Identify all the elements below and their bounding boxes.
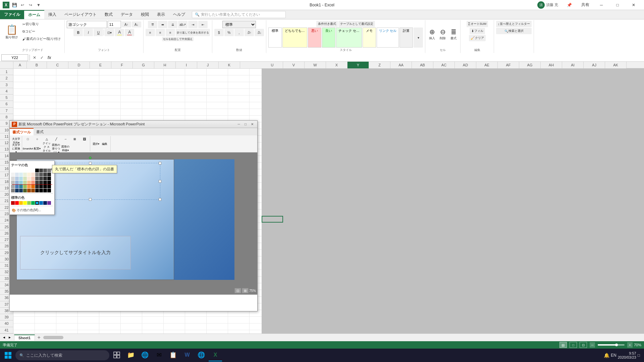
swatch-white5[interactable] (27, 169, 31, 172)
grid-cell-r38c8[interactable] (164, 317, 185, 323)
swatch-r4c1[interactable] (11, 181, 15, 184)
taskbar-notification-icon[interactable]: 🔔 (604, 353, 609, 358)
col-header-g[interactable]: G (133, 62, 154, 68)
swatch-r4c9[interactable] (43, 181, 47, 184)
swatch-std10[interactable] (47, 201, 51, 205)
grid-cell-r38c4[interactable] (78, 317, 99, 323)
swatch-r2c1[interactable] (11, 173, 15, 176)
swatch-std3[interactable] (19, 201, 23, 205)
swatch-r3c8[interactable] (39, 177, 43, 180)
tab-review[interactable]: 校閲 (137, 10, 153, 19)
h-scrollbar[interactable] (43, 335, 644, 340)
col-header-z[interactable]: Z (369, 62, 390, 68)
grid-cell-r1c8[interactable] (164, 69, 185, 75)
style-good[interactable]: 良い (322, 27, 335, 48)
grid-cell-r3c5[interactable] (99, 82, 121, 89)
ppt-maximize-btn[interactable]: □ (243, 122, 249, 127)
swatch-r6c7[interactable] (35, 189, 39, 192)
grid-cell-r6c3[interactable] (56, 102, 78, 109)
percent-btn[interactable]: % (224, 29, 234, 36)
grid-cell-r38c2[interactable] (35, 317, 56, 323)
align-left-btn[interactable]: ≡ (146, 29, 155, 36)
align-center-btn[interactable]: ≡ (156, 29, 165, 36)
swatch-r2c10[interactable] (47, 173, 51, 176)
col-header-j[interactable]: J (197, 62, 219, 68)
grid-cell-r39c3[interactable] (56, 323, 78, 330)
swatch-r6c5[interactable] (27, 189, 31, 192)
col-header-v[interactable]: V (283, 62, 305, 68)
ppt-text-convert-btn[interactable]: 大文字に変換▾ (12, 144, 20, 153)
swatch-r5c1[interactable] (11, 185, 15, 188)
swatch-std9[interactable] (43, 201, 47, 205)
grid-cell-r2c11[interactable] (228, 75, 250, 82)
ppt-shape-outline-btn[interactable]: 図形の枠線▾ (61, 144, 70, 153)
swatch-r3c10[interactable] (47, 177, 51, 180)
swatch-white6[interactable] (31, 169, 35, 172)
taskbar-edge-btn[interactable]: 🌐 (195, 349, 208, 361)
row-header-3[interactable]: 3 (0, 82, 13, 88)
swatch-r6c2[interactable] (15, 189, 19, 192)
row-header-1[interactable]: 1 (0, 69, 13, 75)
font-name-input[interactable] (67, 21, 107, 28)
wrap-text-btn[interactable]: 折り返して全体を表示する (176, 29, 210, 36)
ppt-shape-rect-btn[interactable]: □ (23, 135, 32, 143)
swatch-std2[interactable] (15, 201, 19, 205)
swatch-r5c2[interactable] (15, 185, 19, 188)
format-copy-btn[interactable]: 🖌 書式のコピー/貼り付け (21, 36, 62, 42)
swatch-r2c6[interactable] (31, 173, 35, 176)
merge-center-btn[interactable]: セルを結合して中央揃え (162, 37, 194, 41)
row-header-41[interactable]: 41 (0, 327, 13, 334)
ppt-zoom-out-btn[interactable]: ⊡ (234, 288, 241, 293)
grid-cell-r6c5[interactable] (99, 102, 121, 109)
grid-cell-r3c11[interactable] (228, 82, 250, 89)
grid-cell-r40c5[interactable] (99, 330, 121, 334)
cancel-formula-icon[interactable]: ✕ (31, 54, 38, 61)
grid-cell-r39c4[interactable] (78, 323, 99, 330)
tab-view[interactable]: 表示 (153, 10, 169, 19)
zoom-out-btn[interactable]: ─ (590, 342, 595, 348)
minimize-btn[interactable]: ─ (594, 0, 609, 10)
grid-cell-r1c1[interactable] (13, 69, 35, 75)
grid-cell-r40c3[interactable] (56, 330, 78, 334)
grid-cell-r5c5[interactable] (99, 96, 121, 102)
col-header-ak[interactable]: AK (605, 62, 627, 68)
col-header-b[interactable]: B (27, 62, 47, 68)
ppt-shape-more-btn[interactable]: ⊞ (70, 135, 79, 143)
number-format-select[interactable]: 標準 (222, 21, 256, 28)
swatch-r2c4[interactable] (23, 173, 27, 176)
grid-cell-r38c1[interactable] (13, 317, 35, 323)
ppt-zoom-in-btn[interactable]: ⊞ (242, 288, 249, 293)
customize-quick-btn[interactable]: ▼ (35, 1, 42, 9)
grid-cell-r7c3[interactable] (56, 109, 78, 116)
ppt-shape-circle-btn[interactable]: ○ (33, 135, 42, 143)
font-color-btn[interactable]: A (125, 29, 134, 36)
swatch-r2c2[interactable] (15, 173, 19, 176)
col-header-af[interactable]: AF (498, 62, 519, 68)
grid-cell-r39c10[interactable] (207, 323, 228, 330)
col-header-i[interactable]: I (176, 62, 197, 68)
grid-cell-r5c2[interactable] (35, 96, 56, 102)
swatch-dark2[interactable] (43, 169, 47, 172)
fill-color-btn[interactable]: A (115, 29, 124, 36)
decrease-font-btn[interactable]: A↓ (132, 21, 141, 27)
grid-cell-r40c8[interactable] (164, 330, 185, 334)
grid-cell-r1c7[interactable] (142, 69, 164, 75)
swatch-std7[interactable] (35, 201, 39, 205)
grid-cell-r1c9[interactable] (185, 69, 207, 75)
sheet-tab-sheet1[interactable]: Sheet1 (14, 335, 35, 341)
swatch-dark1[interactable] (39, 169, 43, 172)
swatch-r2c8[interactable] (39, 173, 43, 176)
redo-quick-btn[interactable]: ↪ (27, 1, 34, 9)
grid-cell-r38c10[interactable] (207, 317, 228, 323)
grid-cell-r4c2[interactable] (35, 89, 56, 96)
align-right-btn[interactable]: ≡ (166, 29, 175, 36)
style-memo[interactable]: メモ (363, 27, 376, 48)
row-header-8[interactable]: 8 (0, 114, 13, 120)
grid-cell-r7c1[interactable] (13, 109, 35, 116)
zoom-slider[interactable] (598, 344, 625, 346)
autosum-btn[interactable]: Σ オートSUM (467, 21, 488, 27)
grid-cell-r39c9[interactable] (185, 323, 207, 330)
decimal-increase-btn[interactable]: .0↑ (245, 29, 254, 36)
swatch-r5c5[interactable] (27, 185, 31, 188)
ppt-quick-style-btn[interactable]: クイック スタイル▾ (42, 144, 51, 153)
